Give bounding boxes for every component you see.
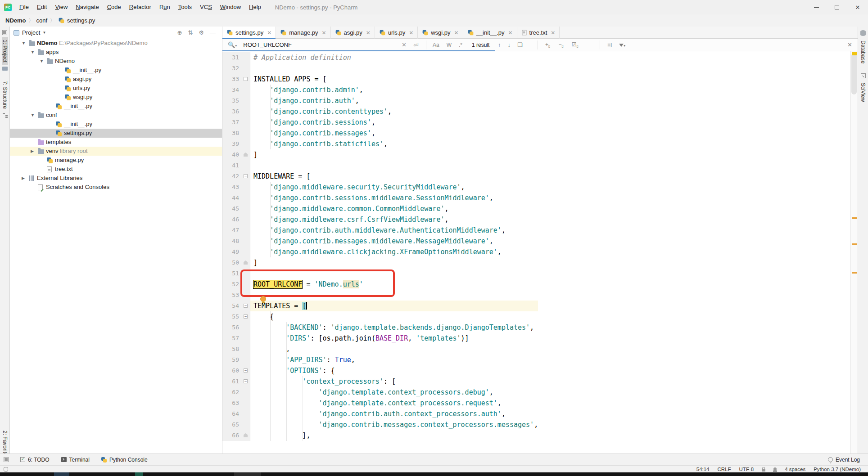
add-selection-icon[interactable]: +▯ (545, 41, 550, 48)
new-line-icon[interactable]: ⏎ (413, 41, 419, 49)
error-stripe-mark[interactable] (852, 217, 857, 219)
tab-asgi-py[interactable]: asgi.py✕ (331, 27, 375, 39)
close-find-bar-icon[interactable]: ✕ (847, 41, 852, 48)
code-text[interactable]: ] (250, 149, 538, 160)
clear-search-icon[interactable]: ✕ (402, 41, 407, 48)
scrollbar-thumb[interactable] (851, 53, 857, 94)
tree-item-tree-txt[interactable]: tree.txt (10, 165, 222, 174)
menu-help[interactable]: Help (245, 0, 265, 14)
tool-window-button-python-console[interactable]: Python Console (101, 457, 148, 463)
code-text[interactable]: 'django.middleware.clickjacking.XFrameOp… (250, 247, 538, 257)
code-text[interactable]: 'django.contrib.auth.context_processors.… (250, 409, 538, 419)
code-text[interactable]: 'django.contrib.auth.middleware.Authenti… (250, 225, 538, 236)
toggle-words[interactable]: W (447, 42, 452, 48)
close-button[interactable]: ✕ (847, 0, 868, 14)
toggle-match-case[interactable]: Aa (433, 42, 439, 48)
menu-run[interactable]: Run (155, 0, 174, 14)
tree-item-conf[interactable]: ▼conf (10, 111, 222, 120)
breadcrumb-item[interactable]: NDemo (5, 17, 26, 24)
menu-tools[interactable]: Tools (174, 0, 196, 14)
close-tab-icon[interactable]: ✕ (508, 30, 513, 36)
close-tab-icon[interactable]: ✕ (454, 30, 459, 36)
code-text[interactable]: 'django.contrib.messages', (250, 128, 538, 139)
breadcrumb-item[interactable]: settings.py (67, 17, 95, 24)
code-text[interactable]: , (250, 344, 538, 355)
collapse-all-icon[interactable]: ⇅ (188, 29, 193, 36)
fold-collapse-icon[interactable]: − (244, 304, 248, 308)
fold-collapse-icon[interactable]: − (244, 174, 248, 178)
minimize-button[interactable] (806, 0, 827, 14)
code-text[interactable]: INSTALLED_APPS = [ (250, 74, 538, 85)
tool-window-button-terminal[interactable]: Terminal (61, 457, 90, 463)
code-text[interactable]: 'django.template.context_processors.debu… (250, 387, 538, 398)
tab-manage-py[interactable]: manage.py✕ (276, 27, 330, 39)
menu-edit[interactable]: Edit (33, 0, 51, 14)
code-text[interactable]: TEMPLATES = [ (250, 301, 538, 311)
locate-file-icon[interactable]: ⊕ (177, 29, 182, 36)
tool-window-button-database[interactable]: Database (858, 27, 868, 66)
code-text[interactable]: 'django.contrib.messages.middleware.Mess… (250, 236, 538, 247)
tool-window-button-6-todo[interactable]: 6: TODO (20, 457, 50, 463)
breadcrumb-item[interactable]: conf (36, 17, 48, 24)
code-text[interactable]: { (250, 311, 538, 322)
tree-item-ndemo[interactable]: ▼NDemo (10, 57, 222, 66)
tab-tree-txt[interactable]: tree.txt✕ (517, 27, 560, 39)
code-text[interactable]: 'django.template.context_processors.requ… (250, 398, 538, 409)
menu-navigate[interactable]: Navigate (72, 0, 103, 14)
tree-item-venv[interactable]: ▶venv library root (10, 147, 222, 156)
code-text[interactable]: 'django.middleware.security.SecurityMidd… (250, 182, 538, 193)
error-stripe-mark[interactable] (852, 243, 857, 245)
previous-occurrence-icon[interactable]: ↑ (498, 41, 501, 48)
code-text[interactable] (250, 160, 538, 171)
error-stripe-mark[interactable] (852, 52, 857, 55)
open-in-find-window-icon[interactable]: ❏ (517, 41, 523, 48)
editor-error-stripe[interactable] (850, 51, 858, 454)
tool-window-button-project[interactable]: 1: Project (0, 37, 10, 72)
tab-urls-py[interactable]: urls.py✕ (375, 27, 418, 39)
caret-position[interactable]: 54:14 (696, 467, 710, 472)
code-text[interactable]: 'APP_DIRS': True, (250, 355, 538, 365)
tab-settings-py[interactable]: settings.py✕ (222, 27, 276, 39)
tree-item--init-py[interactable]: __init__.py (10, 66, 222, 75)
code-text[interactable]: 'django.middleware.common.CommonMiddlewa… (250, 203, 538, 214)
code-text[interactable]: 'BACKEND': 'django.template.backends.dja… (250, 322, 538, 333)
search-input[interactable]: ROOT_URLCONF (243, 41, 292, 48)
menu-code[interactable]: Code (103, 0, 125, 14)
code-text[interactable]: 'DIRS': [os.path.join(BASE_DIR, 'templat… (250, 333, 538, 344)
code-text[interactable]: 'django.contrib.admin', (250, 85, 538, 95)
hide-panel-icon[interactable]: — (210, 29, 216, 36)
code-text[interactable]: 'django.middleware.csrf.CsrfViewMiddlewa… (250, 214, 538, 225)
error-stripe-mark[interactable] (852, 272, 857, 274)
tree-item-manage-py[interactable]: manage.py (10, 156, 222, 165)
chevron-expanded-icon[interactable]: ▼ (22, 39, 26, 48)
tree-item-apps[interactable]: ▼apps (10, 48, 222, 57)
fold-end-icon[interactable] (244, 153, 248, 157)
code-text[interactable]: ] (250, 257, 538, 268)
intention-bulb-icon[interactable] (260, 296, 266, 302)
code-text[interactable]: ], (250, 430, 538, 441)
code-text[interactable]: 'context_processors': [ (250, 376, 538, 387)
code-text[interactable]: 'django.contrib.staticfiles', (250, 139, 538, 149)
indent-style[interactable]: 4 spaces (785, 467, 805, 472)
tree-item-urls-py[interactable]: urls.py (10, 84, 222, 93)
close-tab-icon[interactable]: ✕ (366, 30, 371, 36)
toggle-regex[interactable]: .* (459, 42, 462, 48)
chevron-collapsed-icon[interactable]: ▶ (31, 147, 34, 156)
code-editor[interactable]: 31# Application definition3233−INSTALLED… (222, 51, 850, 454)
menu-file[interactable]: File (15, 0, 33, 14)
tool-window-button-structure[interactable]: 7: Structure (0, 78, 10, 119)
tree-item--init-py[interactable]: __init__.py (10, 120, 222, 129)
fold-end-icon[interactable] (244, 260, 248, 265)
tree-item-external-libraries[interactable]: ▶External Libraries (10, 174, 222, 183)
code-text[interactable]: 'django.contrib.contenttypes', (250, 106, 538, 117)
code-text[interactable]: MIDDLEWARE = [ (250, 171, 538, 182)
close-tab-icon[interactable]: ✕ (551, 30, 555, 36)
hector-inspections-icon[interactable] (4, 467, 8, 472)
highlighting-level-icon[interactable] (773, 467, 777, 471)
tool-window-switcher-icon[interactable] (4, 457, 9, 462)
code-text[interactable]: 'OPTIONS': { (250, 365, 538, 376)
code-text[interactable]: 'django.contrib.sessions.middleware.Sess… (250, 193, 538, 203)
code-text[interactable]: 'django.contrib.sessions', (250, 117, 538, 128)
tab-wsgi-py[interactable]: wsgi.py✕ (418, 27, 463, 39)
fold-collapse-icon[interactable]: − (244, 77, 248, 81)
